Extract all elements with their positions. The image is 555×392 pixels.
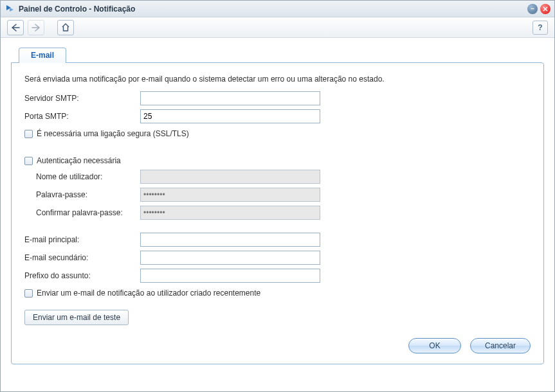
content-area: E-mail Será enviada uma notificação por … bbox=[1, 38, 554, 391]
confirm-password-label: Confirmar palavra-passe: bbox=[24, 208, 140, 217]
home-button[interactable] bbox=[57, 20, 74, 35]
auth-checkbox[interactable] bbox=[24, 157, 33, 165]
notify-new-user-label: Enviar um e-mail de notificação ao utili… bbox=[37, 289, 260, 298]
cancel-button[interactable]: Cancelar bbox=[470, 338, 531, 353]
auth-checkbox-label: Autenticação necessária bbox=[37, 156, 121, 165]
window-title: Painel de Controlo - Notificação bbox=[19, 4, 527, 13]
smtp-server-label: Servidor SMTP: bbox=[24, 94, 140, 103]
tab-panel-email: Será enviada uma notificação por e-mail … bbox=[11, 62, 544, 364]
ssl-checkbox[interactable] bbox=[24, 130, 33, 138]
subject-prefix-label: Prefixo do assunto: bbox=[24, 271, 140, 280]
titlebar: Painel de Controlo - Notificação – bbox=[1, 1, 554, 17]
secondary-email-label: E-mail secundário: bbox=[24, 253, 140, 262]
forward-button[interactable] bbox=[28, 20, 44, 35]
app-window: Painel de Controlo - Notificação – ? E-m… bbox=[0, 0, 555, 392]
smtp-port-input[interactable] bbox=[140, 109, 320, 123]
notify-new-user-checkbox[interactable] bbox=[24, 289, 33, 298]
password-input bbox=[140, 188, 320, 202]
primary-email-input[interactable] bbox=[140, 233, 320, 247]
smtp-server-input[interactable] bbox=[140, 91, 320, 105]
ssl-checkbox-label: É necessária uma ligação segura (SSL/TLS… bbox=[37, 129, 189, 138]
minimize-button[interactable]: – bbox=[527, 4, 538, 14]
description-text: Será enviada uma notificação por e-mail … bbox=[24, 75, 531, 84]
primary-email-label: E-mail principal: bbox=[24, 235, 140, 244]
close-button[interactable] bbox=[540, 4, 550, 14]
toolbar: ? bbox=[1, 17, 554, 38]
back-button[interactable] bbox=[7, 20, 24, 35]
send-test-email-button[interactable]: Enviar um e-mail de teste bbox=[24, 310, 129, 325]
smtp-port-label: Porta SMTP: bbox=[24, 112, 140, 121]
secondary-email-input[interactable] bbox=[140, 251, 320, 265]
username-input bbox=[140, 170, 320, 184]
username-label: Nome de utilizador: bbox=[24, 172, 140, 181]
confirm-password-input bbox=[140, 206, 320, 220]
ok-button[interactable]: OK bbox=[408, 338, 461, 353]
help-button[interactable]: ? bbox=[532, 21, 548, 35]
password-label: Palavra-passe: bbox=[24, 190, 140, 199]
tabstrip: E-mail bbox=[11, 47, 544, 62]
tab-email[interactable]: E-mail bbox=[19, 48, 66, 63]
dialog-footer: OK Cancelar bbox=[408, 338, 531, 353]
subject-prefix-input[interactable] bbox=[140, 269, 320, 283]
app-icon bbox=[5, 4, 15, 14]
